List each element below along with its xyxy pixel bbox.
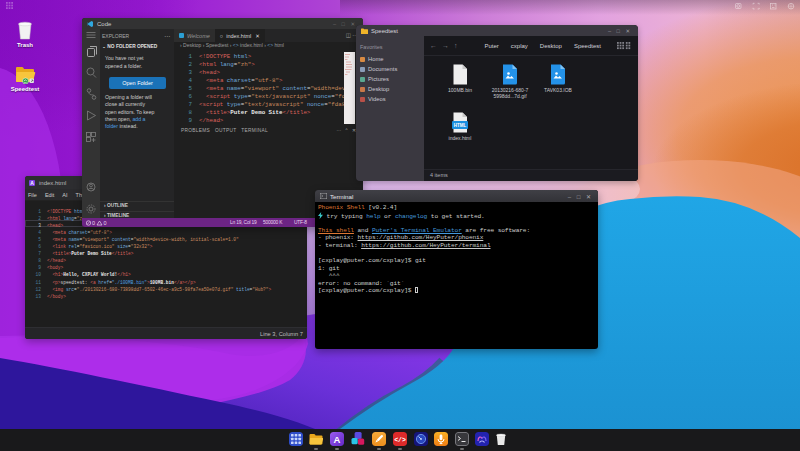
svg-text:0: 0 — [104, 220, 107, 226]
svg-text:A: A — [334, 434, 341, 445]
svg-text:HTML: HTML — [454, 123, 467, 128]
svg-text:0: 0 — [92, 220, 95, 226]
svg-text:</>: </> — [394, 437, 406, 444]
